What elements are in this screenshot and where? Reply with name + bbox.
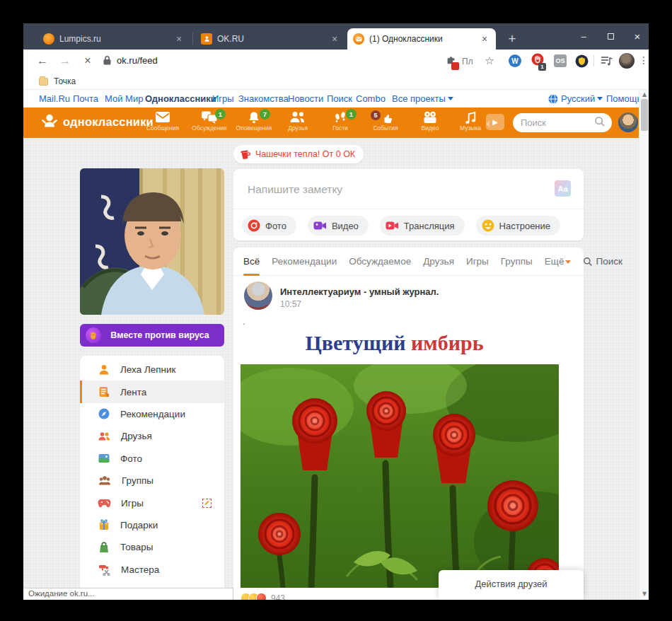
nav-all-projects[interactable]: Все проекты (392, 93, 453, 104)
sidebar-item-groups[interactable]: Группы (80, 470, 224, 492)
language-selector[interactable]: Русский (561, 93, 603, 104)
text-style-icon[interactable]: Aa (555, 180, 571, 197)
adguard-badge: 1 (538, 63, 546, 71)
tab-groups[interactable]: Группы (501, 256, 533, 267)
scroll-up-icon[interactable]: ▲ (641, 91, 648, 98)
maximize-button[interactable] (598, 23, 622, 50)
friends-actions-label: Действия друзей (475, 579, 547, 589)
note-input[interactable]: Напишите заметку (248, 183, 342, 196)
tab-friends[interactable]: Друзья (423, 256, 454, 267)
sidebar-item-friends[interactable]: Друзья (80, 425, 224, 447)
promo-label: Чашечки тепла! От 0 ОК (255, 149, 355, 159)
sidebar-item-gifts[interactable]: Подарки (80, 514, 224, 536)
header-item-events[interactable]: 5 События (365, 110, 406, 137)
adguard-extension-icon[interactable]: 1 (530, 53, 545, 69)
post-author-name[interactable]: Интеллектуариум - умный журнал. (280, 286, 439, 297)
nav-help[interactable]: Помощь (606, 93, 642, 104)
ok-mail-favicon (353, 33, 364, 45)
nav-znakomstva[interactable]: Знакомства (238, 93, 289, 104)
shield-extension-icon[interactable] (574, 53, 589, 69)
header-item-messages[interactable]: Сообщения (142, 110, 183, 137)
stop-icon[interactable]: × (79, 52, 97, 70)
sidebar-item-profile[interactable]: Леха Лепник (80, 359, 224, 381)
sidebar-item-feed[interactable]: Лента (80, 381, 224, 402)
music-play-button[interactable]: ▶ (486, 114, 504, 130)
friends-actions-popup[interactable]: Действия друзей (439, 570, 584, 600)
vk-helper-extension-icon[interactable]: W (507, 53, 523, 69)
forward-icon[interactable]: → (56, 52, 74, 70)
nav-novosti[interactable]: Новости (288, 93, 323, 104)
profile-avatar[interactable] (619, 53, 635, 69)
sidebar-item-recommendations[interactable]: Рекомендации (80, 403, 224, 425)
header-item-video[interactable]: Видео (410, 110, 451, 137)
header-item-friends[interactable]: Друзья (277, 110, 318, 137)
tab-close-icon[interactable]: × (329, 33, 340, 45)
feed-card: Всё Рекомендации Обсуждаемое Друзья Игры… (233, 248, 584, 600)
close-button[interactable]: × (625, 23, 649, 50)
sidebar-item-masters[interactable]: Мастера (80, 559, 224, 581)
warm-cups-promo-button[interactable]: Чашечки тепла! От 0 ОК (233, 145, 364, 163)
header-item-notifications[interactable]: 7 Оповещения (233, 110, 274, 137)
guests-badge: 1 (346, 109, 357, 120)
tab-games[interactable]: Игры (466, 256, 489, 267)
search-input[interactable] (519, 117, 594, 129)
nav-poisk[interactable]: Поиск (327, 93, 352, 104)
extension-text-icon[interactable]: Пл (462, 57, 473, 66)
ok-logo-icon[interactable] (40, 112, 59, 135)
header-search[interactable] (513, 113, 612, 132)
ok-brand-label[interactable]: одноклассники (63, 115, 153, 129)
photo-button[interactable]: Фото (242, 216, 296, 236)
live-stream-button[interactable]: Трансляция (380, 216, 465, 236)
post-reactions[interactable]: 943 (241, 593, 285, 600)
nav-combo[interactable]: Combo (356, 93, 386, 104)
address-bar[interactable]: ok.ru/feed (117, 55, 158, 66)
video-button[interactable]: Видео (308, 216, 369, 236)
bookmark-folder[interactable]: Точка (39, 76, 76, 86)
tab-more[interactable]: Ещё (545, 256, 572, 267)
new-tab-button[interactable]: + (503, 30, 521, 48)
scrollbar-thumb[interactable] (641, 99, 648, 131)
post-timestamp[interactable]: 10:57 (280, 299, 301, 309)
tab-close-icon[interactable]: × (173, 33, 185, 45)
nav-moymir[interactable]: Мой Мир (105, 93, 143, 104)
tab-discussed[interactable]: Обсуждаемое (349, 256, 411, 267)
thumb-up-icon (382, 111, 394, 127)
media-queue-icon[interactable] (599, 53, 615, 69)
scroll-down-icon[interactable]: ▼ (641, 591, 648, 597)
tab-recommendations[interactable]: Рекомендации (272, 256, 337, 267)
header-item-guests[interactable]: 1 Гости (320, 110, 361, 137)
tab-all[interactable]: Всё (243, 256, 260, 267)
minimize-button[interactable]: – (572, 23, 596, 50)
nav-mailru[interactable]: Mail.Ru (39, 93, 70, 104)
sidebar-item-photos[interactable]: Фото (80, 448, 224, 470)
tab-odnoklassniki-active[interactable]: (1) Одноклассники × (347, 28, 496, 50)
os-extension-icon[interactable]: OS (552, 53, 568, 69)
compass-icon (98, 407, 110, 420)
post-image-flowers[interactable] (241, 364, 559, 588)
nav-odnoklassniki[interactable]: Одноклассники (145, 93, 216, 104)
post-author-avatar[interactable] (244, 282, 272, 310)
puzzle-extension-icon[interactable] (444, 53, 459, 69)
covid-banner-button[interactable]: Вместе против вируса (80, 324, 224, 347)
bookmark-star-icon[interactable]: ☆ (480, 52, 499, 70)
browser-window: Lumpics.ru × OK.RU × (1) Одноклассники ×… (23, 23, 649, 600)
search-icon[interactable] (594, 116, 606, 130)
back-icon[interactable]: ← (33, 52, 52, 70)
sidebar-item-goods[interactable]: Товары (80, 536, 224, 558)
feed-icon (98, 385, 110, 398)
sidebar-item-games[interactable]: Игры (80, 492, 224, 513)
header-item-discussions[interactable]: 1 Обсуждения (189, 110, 230, 137)
user-avatar[interactable] (618, 112, 638, 132)
tab-lumpics[interactable]: Lumpics.ru × (37, 28, 190, 50)
nav-igry[interactable]: Игры (212, 93, 234, 104)
feed-search[interactable]: Поиск (583, 256, 622, 267)
profile-photo[interactable] (80, 168, 224, 315)
browser-menu-icon[interactable]: ⋮ (639, 54, 649, 66)
tab-okru[interactable]: OK.RU × (195, 28, 346, 50)
tab-close-icon[interactable]: × (479, 33, 490, 45)
lumpics-favicon (43, 33, 54, 45)
nav-pochta[interactable]: Почта (73, 93, 98, 104)
page-scrollbar[interactable]: ▲ ▼ (639, 90, 649, 600)
mood-button[interactable]: Настроение (476, 216, 560, 236)
extension-badge (451, 62, 459, 70)
